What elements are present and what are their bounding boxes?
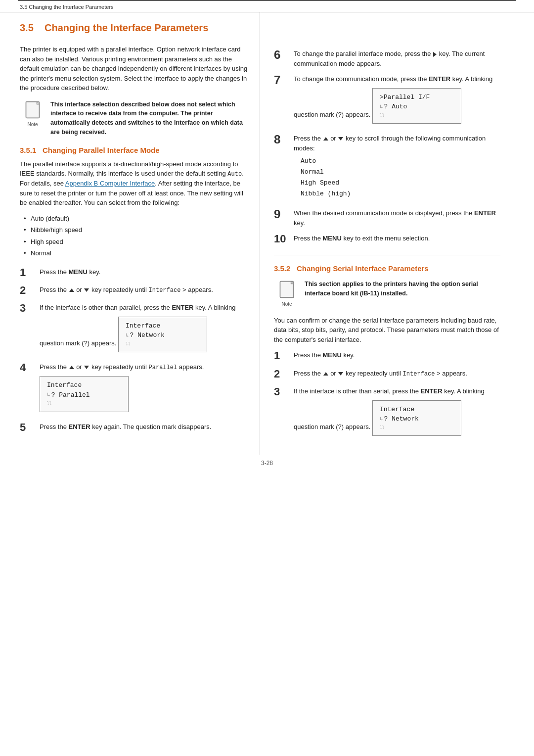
note-box-1: Note This interface selection described …: [20, 100, 250, 137]
bullet-item: High speed: [24, 236, 250, 248]
step-9: 9 When the desired communication mode is…: [274, 207, 500, 228]
lcd-line2: ↳? Network: [380, 414, 454, 424]
serial-step-3: 3 If the interface is other than serial,…: [274, 385, 500, 440]
step-content: If the interface is other than serial, p…: [294, 385, 500, 440]
lcd-display-4: Interface ↳? Network ⤵⤵: [372, 400, 461, 436]
subsection1-title: 3.5.1 Changing Parallel Interface Mode: [20, 146, 250, 154]
bullet-list: Auto (default) Nibble/high speed High sp…: [24, 213, 250, 259]
step-content: Press the MENU key.: [40, 266, 250, 277]
step-content: When the desired communication mode is d…: [294, 207, 500, 228]
step-8: 8 Press the or key to scroll through the…: [274, 133, 500, 202]
serial-step-2: 2 Press the or key repeatedly until Inte…: [274, 368, 500, 380]
step-content: Press the or key repeatedly until Interf…: [40, 284, 250, 295]
step-number: 5: [20, 421, 35, 434]
step-content: To change the communication mode, press …: [294, 73, 500, 128]
step-number: 9: [274, 207, 289, 222]
lcd-display-1: Interface ↳? Network ⤵⤵: [118, 317, 207, 353]
step-6: 6 To change the parallel interface mode,…: [274, 48, 500, 68]
step-content: Press the or key to scroll through the f…: [294, 133, 500, 202]
subsection2-intro: You can confirm or change the serial int…: [274, 316, 500, 345]
section-number: 3.5: [20, 22, 34, 33]
step-content: If the interface is other than parallel,…: [40, 302, 250, 356]
note-label-2: Note: [281, 301, 292, 307]
note-icon-wrap-2: Note: [274, 280, 300, 307]
step-content: Press the or key repeatedly until Parall…: [40, 361, 250, 416]
note-text-2: This section applies to the printers hav…: [305, 280, 500, 298]
step-number: 10: [274, 233, 289, 245]
step-number: 1: [20, 266, 35, 279]
lcd-display-3: >Parallel I/F ↳? Auto ⤵⤵: [372, 88, 461, 124]
step-4: 4 Press the or key repeatedly until Para…: [20, 361, 250, 416]
step-1: 1 Press the MENU key.: [20, 266, 250, 279]
step-number: 2: [20, 284, 35, 297]
step-5: 5 Press the ENTER key again. The questio…: [20, 421, 250, 434]
bullet-item: Normal: [24, 247, 250, 259]
step-content: Press the MENU key to exit the menu sele…: [294, 233, 500, 243]
subsection1-intro: The parallel interface supports a bi-dir…: [20, 159, 250, 208]
bullet-item: Nibble/high speed: [24, 224, 250, 236]
step-number: 1: [274, 349, 289, 362]
comm-modes-list: Auto Normal High Speed Nibble (high): [301, 156, 500, 199]
step-number: 7: [274, 73, 289, 88]
note-label-1: Note: [27, 122, 38, 127]
step-2: 2 Press the or key repeatedly until Inte…: [20, 284, 250, 297]
section-title: 3.5 Changing the Interface Parameters: [20, 22, 250, 36]
left-column: 3.5 Changing the Interface Parameters Th…: [18, 12, 260, 455]
lcd-display-2: Interface ↳? Parallel ⤵⤵: [40, 376, 129, 412]
page: 3.5 Changing the Interface Parameters 3.…: [0, 0, 534, 756]
breadcrumb: 3.5 Changing the Interface Parameters: [0, 1, 534, 12]
main-content: 3.5 Changing the Interface Parameters Th…: [0, 12, 534, 455]
note-icon-2: [276, 280, 297, 300]
step-content: To change the parallel interface mode, p…: [294, 48, 500, 68]
right-column: 6 To change the parallel interface mode,…: [260, 12, 502, 455]
serial-step-1: 1 Press the MENU key.: [274, 349, 500, 362]
subsection2-title: 3.5.2 Changing Serial Interface Paramete…: [274, 264, 500, 273]
lcd-line2: ↳? Auto: [380, 102, 454, 112]
step-number: 3: [20, 302, 35, 315]
step-number: 2: [274, 368, 289, 380]
section-title-text: Changing the Interface Parameters: [44, 22, 208, 33]
step-number: 8: [274, 133, 289, 147]
step-3: 3 If the interface is other than paralle…: [20, 302, 250, 356]
step-number: 3: [274, 385, 289, 398]
step-content: Press the or key repeatedly until Interf…: [294, 368, 500, 378]
step-content: Press the ENTER key again. The question …: [40, 421, 250, 432]
step-10: 10 Press the MENU key to exit the menu s…: [274, 233, 500, 245]
lcd-line2: ↳? Parallel: [47, 390, 121, 400]
note-icon: [22, 100, 43, 121]
lcd-line2: ↳? Network: [126, 331, 200, 340]
step-7: 7 To change the communication mode, pres…: [274, 73, 500, 128]
note-box-2: Note This section applies to the printer…: [274, 280, 500, 307]
step-content: Press the MENU key.: [294, 349, 500, 360]
bullet-item: Auto (default): [24, 213, 250, 225]
section-title-block: 3.5 Changing the Interface Parameters: [20, 22, 250, 36]
note-text-1: This interface selection described below…: [50, 100, 250, 137]
step-number: 4: [20, 361, 35, 374]
note-icon-wrap: Note: [20, 100, 45, 127]
step-number: 6: [274, 48, 289, 62]
section-divider: [274, 255, 500, 255]
appendix-link[interactable]: Appendix B Computer Interface: [65, 180, 155, 187]
page-number: 3-28: [0, 455, 534, 475]
section-intro: The printer is equipped with a parallel …: [20, 45, 250, 93]
